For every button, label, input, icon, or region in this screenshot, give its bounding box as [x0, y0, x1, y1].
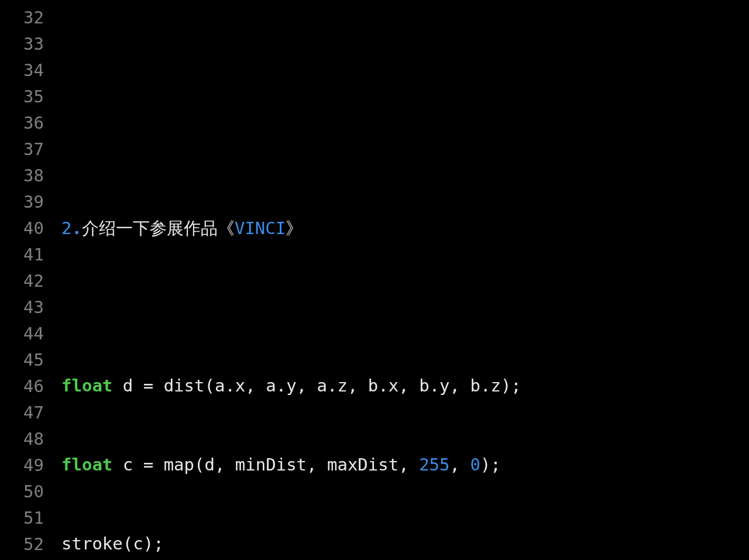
token-number: 255 [419, 455, 449, 475]
line-number: 41 [0, 242, 44, 268]
line-number: 43 [0, 294, 44, 321]
code-line[interactable]: float d = dist(a.x, a.y, a.z, b.x, b.y, … [61, 373, 749, 399]
line-number: 48 [0, 426, 44, 452]
code-line[interactable] [61, 57, 749, 84]
token-keyword: float [61, 376, 112, 396]
code-content[interactable]: 2.介绍一下参展作品《VINCI》 float d = dist(a.x, a.… [61, 5, 749, 560]
token-text: , [450, 455, 470, 475]
token-text: y, a [286, 376, 327, 396]
line-number: 47 [0, 400, 44, 426]
token-dot: . [430, 376, 439, 396]
line-number: 46 [0, 373, 44, 400]
line-number: 42 [0, 268, 44, 294]
line-number: 37 [0, 136, 44, 163]
line-number: 50 [0, 479, 44, 505]
token-identifier: VINCI [235, 218, 286, 238]
line-number: 51 [0, 505, 44, 531]
line-number: 49 [0, 452, 44, 479]
token-dot: . [480, 376, 490, 396]
line-number: 44 [0, 321, 44, 347]
line-number: 34 [0, 57, 44, 84]
line-number: 39 [0, 189, 44, 215]
line-number: 52 [0, 531, 44, 558]
line-number: 32 [0, 5, 44, 31]
token-text: ); [480, 455, 501, 475]
code-line[interactable]: stroke(c); [61, 531, 749, 557]
token-dot: . [327, 376, 337, 396]
line-number: 45 [0, 347, 44, 373]
code-editor[interactable]: 32 33 34 35 36 37 38 39 40 41 42 43 44 4… [0, 0, 749, 560]
token-dot: . [378, 376, 388, 396]
token-text: z); [490, 376, 521, 396]
token-number: 0 [470, 455, 480, 475]
token-text: d [112, 376, 143, 396]
line-number: 35 [0, 84, 44, 110]
token-number: 2 [61, 218, 71, 238]
line-number: 38 [0, 163, 44, 189]
token-text: y, b [439, 376, 480, 396]
token-text: x, a [235, 376, 276, 396]
token-operator: = [143, 376, 153, 396]
line-number: 40 [0, 215, 44, 242]
token-dot: . [276, 376, 286, 396]
line-number-gutter: 32 33 34 35 36 37 38 39 40 41 42 43 44 4… [0, 5, 61, 560]
token-dot: . [225, 376, 235, 396]
token-keyword: float [61, 455, 112, 475]
token-text: x, b [389, 376, 430, 396]
line-number: 33 [0, 31, 44, 57]
token-text: stroke(c); [61, 534, 164, 554]
code-line[interactable] [61, 294, 749, 321]
line-number: 36 [0, 110, 44, 136]
token-operator: = [143, 455, 153, 475]
token-text: c [112, 455, 143, 475]
token-text: 》 [286, 218, 303, 238]
code-line[interactable]: float c = map(d, minDist, maxDist, 255, … [61, 452, 749, 478]
token-punct: . [71, 218, 81, 238]
token-text: z, b [337, 376, 378, 396]
token-text: 介绍一下参展作品《 [82, 218, 235, 238]
code-line[interactable] [61, 136, 749, 163]
code-line[interactable]: 2.介绍一下参展作品《VINCI》 [61, 215, 749, 242]
token-text: dist(a [153, 376, 225, 396]
token-text: map(d, minDist, maxDist, [153, 455, 419, 475]
